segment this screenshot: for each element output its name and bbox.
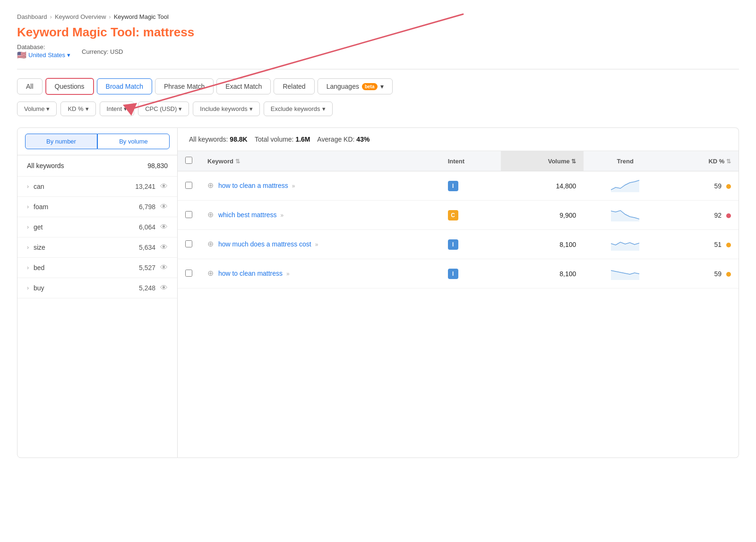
sidebar-item[interactable]: › size 5,634 👁 bbox=[17, 237, 177, 258]
keyword-arrows-icon[interactable]: » bbox=[281, 212, 284, 219]
sidebar-item[interactable]: › can 13,241 👁 bbox=[17, 177, 177, 197]
sidebar-item[interactable]: › foam 6,798 👁 bbox=[17, 197, 177, 217]
tab-broad-match[interactable]: Broad Match bbox=[97, 78, 152, 94]
filter-exclude-keywords[interactable]: Exclude keywords ▾ bbox=[264, 102, 333, 116]
keyword-table: Keyword ⇅ Intent Volume ⇅ Trend KD % ⇅ bbox=[178, 151, 739, 288]
breadcrumb-keyword-magic-tool: Keyword Magic Tool bbox=[114, 13, 169, 20]
keyword-arrows-icon[interactable]: » bbox=[286, 271, 290, 277]
row-trend-cell bbox=[584, 230, 667, 259]
row-checkbox[interactable] bbox=[185, 211, 192, 218]
filter-kd[interactable]: KD % ▾ bbox=[60, 102, 95, 116]
filter-include-keywords[interactable]: Include keywords ▾ bbox=[193, 102, 259, 116]
chevron-down-icon: ▾ bbox=[124, 105, 127, 112]
chevron-down-icon: ▾ bbox=[380, 83, 384, 90]
database-row: Database: 🇺🇸 United States ▾ Currency: U… bbox=[17, 43, 739, 59]
sidebar-count: 13,241 bbox=[135, 183, 155, 190]
filter-cpc[interactable]: CPC (USD) ▾ bbox=[138, 102, 189, 116]
filter-intent[interactable]: Intent ▾ bbox=[100, 102, 135, 116]
tab-exact-match[interactable]: Exact Match bbox=[216, 78, 271, 94]
eye-icon[interactable]: 👁 bbox=[160, 203, 168, 211]
sidebar-list: All keywords 98,830 › can 13,241 👁 › foa… bbox=[17, 155, 177, 298]
select-all-checkbox[interactable] bbox=[185, 157, 192, 164]
row-keyword-cell: ⊕ which best mattress » bbox=[200, 201, 440, 230]
eye-icon[interactable]: 👁 bbox=[160, 243, 168, 252]
add-to-list-icon[interactable]: ⊕ bbox=[207, 181, 214, 189]
trend-chart bbox=[611, 178, 639, 192]
sidebar-toggle: By number By volume bbox=[17, 128, 177, 155]
tab-phrase-match[interactable]: Phrase Match bbox=[155, 78, 214, 94]
eye-icon[interactable]: 👁 bbox=[160, 182, 168, 191]
tab-questions[interactable]: Questions bbox=[45, 78, 94, 95]
th-intent: Intent bbox=[440, 151, 501, 171]
sidebar-items-container: › can 13,241 👁 › foam 6,798 👁 › get 6,06… bbox=[17, 177, 177, 298]
row-checkbox[interactable] bbox=[185, 182, 192, 189]
keyword-link[interactable]: how much does a mattress cost bbox=[218, 240, 311, 248]
sidebar-count: 5,248 bbox=[139, 284, 155, 292]
sidebar-count: 5,634 bbox=[139, 244, 155, 251]
tab-related[interactable]: Related bbox=[274, 78, 314, 94]
eye-icon[interactable]: 👁 bbox=[160, 284, 168, 292]
th-keyword[interactable]: Keyword ⇅ bbox=[200, 151, 440, 171]
database-selector[interactable]: 🇺🇸 United States ▾ bbox=[17, 51, 70, 59]
row-keyword-cell: ⊕ how to clean mattress » bbox=[200, 259, 440, 288]
sidebar-keyword-label: get bbox=[34, 223, 139, 231]
add-to-list-icon[interactable]: ⊕ bbox=[207, 211, 214, 219]
sidebar-item[interactable]: › buy 5,248 👁 bbox=[17, 278, 177, 298]
add-to-list-icon[interactable]: ⊕ bbox=[207, 269, 214, 277]
keyword-link[interactable]: which best mattress bbox=[218, 211, 277, 219]
page-container: Dashboard › Keyword Overview › Keyword M… bbox=[0, 0, 756, 542]
intent-badge: I bbox=[448, 239, 458, 250]
sort-icon: ⇅ bbox=[571, 158, 576, 165]
sidebar-item[interactable]: › bed 5,527 👁 bbox=[17, 258, 177, 278]
keyword-link[interactable]: how to clean mattress bbox=[218, 270, 283, 277]
sidebar-keyword-label: size bbox=[34, 244, 139, 251]
tab-languages[interactable]: Languages beta ▾ bbox=[318, 78, 393, 94]
toggle-by-volume[interactable]: By volume bbox=[97, 134, 170, 149]
chevron-down-icon: ▾ bbox=[67, 51, 70, 59]
divider bbox=[17, 69, 739, 69]
kd-difficulty-dot bbox=[726, 243, 731, 247]
th-volume[interactable]: Volume ⇅ bbox=[501, 151, 584, 171]
sidebar-all-keywords-row[interactable]: All keywords 98,830 bbox=[17, 155, 177, 177]
row-intent-cell: C bbox=[440, 201, 501, 230]
table-row: ⊕ how to clean mattress » I 8,100 59 bbox=[178, 259, 739, 288]
kd-difficulty-dot bbox=[726, 272, 731, 277]
row-checkbox-cell bbox=[178, 201, 200, 230]
chevron-down-icon: ▾ bbox=[46, 105, 50, 112]
filter-volume[interactable]: Volume ▾ bbox=[17, 102, 57, 116]
chevron-down-icon: ▾ bbox=[86, 105, 89, 112]
chevron-down-icon: ▾ bbox=[249, 105, 253, 112]
keyword-link[interactable]: how to clean a mattress bbox=[218, 182, 288, 189]
row-intent-cell: I bbox=[440, 259, 501, 288]
eye-icon[interactable]: 👁 bbox=[160, 263, 168, 272]
sidebar-item[interactable]: › get 6,064 👁 bbox=[17, 217, 177, 237]
toggle-by-number[interactable]: By number bbox=[25, 134, 97, 149]
add-to-list-icon[interactable]: ⊕ bbox=[207, 240, 214, 248]
chevron-right-icon: › bbox=[27, 264, 29, 271]
breadcrumb-keyword-overview[interactable]: Keyword Overview bbox=[55, 13, 106, 20]
row-checkbox[interactable] bbox=[185, 240, 192, 247]
sidebar-keyword-label: foam bbox=[34, 203, 139, 211]
th-trend: Trend bbox=[584, 151, 667, 171]
table-row: ⊕ how much does a mattress cost » I 8,10… bbox=[178, 230, 739, 259]
th-kd[interactable]: KD % ⇅ bbox=[667, 151, 739, 171]
keyword-arrows-icon[interactable]: » bbox=[315, 241, 318, 248]
table-row: ⊕ how to clean a mattress » I 14,800 59 bbox=[178, 171, 739, 201]
chevron-right-icon: › bbox=[27, 244, 29, 251]
row-checkbox[interactable] bbox=[185, 270, 192, 277]
breadcrumb-dashboard[interactable]: Dashboard bbox=[17, 13, 47, 20]
sort-icon: ⇅ bbox=[235, 158, 240, 165]
page-title: Keyword Magic Tool: mattress bbox=[17, 25, 739, 40]
table-area: All keywords: 98.8K Total volume: 1.6M A… bbox=[178, 127, 739, 458]
table-row: ⊕ which best mattress » C 9,900 92 bbox=[178, 201, 739, 230]
keyword-arrows-icon[interactable]: » bbox=[292, 183, 295, 189]
sidebar-keyword-label: bed bbox=[34, 264, 139, 271]
row-checkbox-cell bbox=[178, 259, 200, 288]
tab-all[interactable]: All bbox=[17, 78, 43, 94]
row-volume-cell: 8,100 bbox=[501, 259, 584, 288]
eye-icon[interactable]: 👁 bbox=[160, 223, 168, 231]
stats-bar: All keywords: 98.8K Total volume: 1.6M A… bbox=[178, 128, 739, 151]
th-checkbox bbox=[178, 151, 200, 171]
row-kd-cell: 59 bbox=[667, 171, 739, 201]
sidebar-count: 6,798 bbox=[139, 203, 155, 211]
